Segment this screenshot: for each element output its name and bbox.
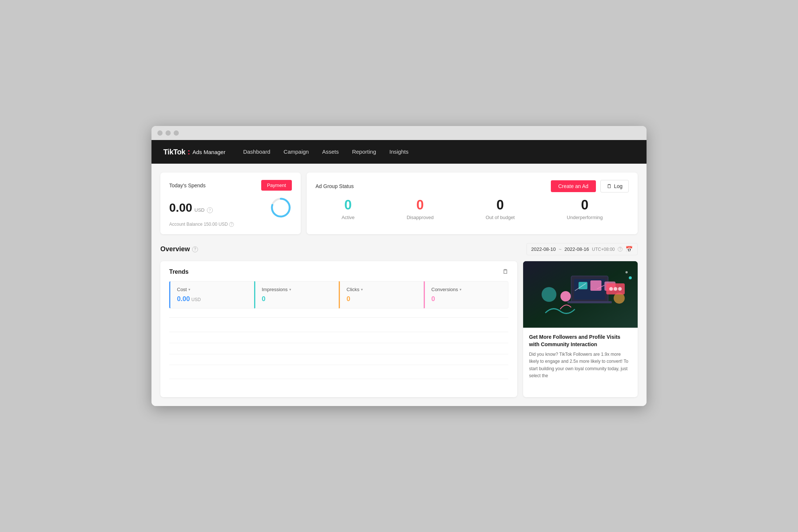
overview-side-card: Get More Followers and Profile Visits wi…: [523, 261, 638, 397]
metric-clicks: Clicks ▾ 0: [339, 281, 424, 308]
status-out-of-budget: 0 Out of budget: [485, 198, 515, 220]
metric-cost-label: Cost: [177, 287, 187, 292]
side-card-image: [523, 261, 638, 328]
disapproved-count: 0: [407, 198, 434, 212]
date-separator: ~: [559, 246, 562, 252]
logo-dot: :: [188, 147, 190, 157]
side-card-text: Did you know? TikTok Followers are 1.9x …: [529, 351, 632, 379]
date-help-icon[interactable]: ?: [618, 247, 623, 252]
balance-help-icon[interactable]: ?: [229, 222, 234, 227]
active-count: 0: [341, 198, 354, 212]
chart-gridline-bottom: [169, 354, 508, 354]
side-card-content: Get More Followers and Profile Visits wi…: [523, 328, 638, 385]
browser-chrome: [151, 126, 647, 140]
navbar: TikTok : Ads Manager Dashboard Campaign …: [151, 140, 647, 164]
nav-dashboard[interactable]: Dashboard: [243, 149, 270, 155]
payment-button[interactable]: Payment: [261, 180, 292, 191]
ad-status-panel: Ad Group Status Create an Ad 🗒 Log 0 Act…: [307, 173, 638, 234]
out-of-budget-label: Out of budget: [485, 215, 515, 220]
metric-clicks-label: Clicks: [347, 287, 359, 292]
overview-title-text: Overview: [160, 245, 190, 253]
underperforming-label: Underperforming: [567, 215, 603, 220]
status-disapproved: 0 Disapproved: [407, 198, 434, 220]
svg-point-17: [618, 287, 622, 291]
chart-area: [169, 317, 508, 362]
logo-subtitle: Ads Manager: [192, 149, 225, 155]
spend-number: 0.00: [169, 201, 192, 215]
overview-main: Trends 🗒 Cost ▾ 0.00USD: [160, 261, 517, 397]
calendar-icon[interactable]: 📅: [625, 246, 633, 253]
metric-cost-header: Cost ▾: [177, 287, 247, 292]
svg-point-15: [609, 287, 613, 291]
spend-amount-row: 0.00 USD ?: [169, 197, 292, 219]
browser-dot-3: [174, 130, 179, 136]
spend-amount: 0.00 USD ?: [169, 201, 213, 215]
metric-cards: Cost ▾ 0.00USD Impressions ▾ 0: [169, 281, 508, 308]
cost-chevron-icon[interactable]: ▾: [188, 287, 190, 291]
trends-title: Trends: [169, 269, 188, 275]
log-button[interactable]: 🗒 Log: [600, 180, 629, 192]
main-content: Today's Spends Payment 0.00 USD ? Acco: [151, 164, 647, 406]
svg-rect-4: [567, 301, 612, 303]
metric-clicks-header: Clicks ▾: [347, 287, 417, 292]
svg-point-13: [625, 271, 628, 273]
date-range[interactable]: 2022-08-10 ~ 2022-08-16 UTC+08:00 ? 📅: [526, 243, 638, 255]
metric-impressions: Impressions ▾ 0: [254, 281, 339, 308]
account-balance: Account Balance 150.00 USD ?: [169, 222, 292, 227]
nav-campaign[interactable]: Campaign: [284, 149, 309, 155]
metric-conversions-header: Conversions ▾: [432, 287, 502, 292]
conversions-chevron-icon[interactable]: ▾: [460, 287, 461, 291]
metric-cost: Cost ▾ 0.00USD: [169, 281, 254, 308]
nav-assets[interactable]: Assets: [322, 149, 339, 155]
metric-impressions-header: Impressions ▾: [262, 287, 332, 292]
date-start: 2022-08-10: [531, 246, 556, 252]
active-label: Active: [341, 215, 354, 220]
svg-point-8: [560, 291, 571, 301]
metric-conversions: Conversions ▾ 0: [424, 281, 509, 308]
logo-area: TikTok : Ads Manager: [163, 147, 225, 157]
spending-panel-header: Today's Spends Payment: [169, 180, 292, 191]
spend-help-icon[interactable]: ?: [207, 207, 213, 213]
ad-status-actions: Create an Ad 🗒 Log: [551, 180, 629, 192]
overview-section-header: Overview ? 2022-08-10 ~ 2022-08-16 UTC+0…: [160, 243, 638, 258]
clicks-chevron-icon[interactable]: ▾: [361, 287, 363, 291]
metric-conversions-label: Conversions: [432, 287, 458, 292]
spending-panel: Today's Spends Payment 0.00 USD ? Acco: [160, 173, 301, 234]
svg-point-12: [629, 276, 632, 279]
ad-status-title: Ad Group Status: [316, 183, 354, 189]
trends-section-label: Trends 🗒: [169, 269, 508, 275]
spend-donut-chart: [270, 197, 292, 219]
disapproved-label: Disapproved: [407, 215, 434, 220]
browser-dot-1: [157, 130, 163, 136]
date-end: 2022-08-16: [565, 246, 589, 252]
metric-impressions-value: 0: [262, 295, 332, 303]
svg-point-16: [614, 287, 617, 291]
overview-title-row: Overview ?: [160, 245, 198, 253]
spend-currency: USD: [194, 207, 204, 213]
svg-rect-7: [590, 280, 601, 291]
create-ad-button[interactable]: Create an Ad: [551, 180, 596, 192]
status-numbers: 0 Active 0 Disapproved 0 Out of budget 0…: [316, 198, 629, 220]
metric-cost-value: 0.00USD: [177, 295, 247, 303]
side-card-title: Get More Followers and Profile Visits wi…: [529, 334, 632, 348]
chart-gridline-mid: [169, 343, 508, 343]
out-of-budget-count: 0: [485, 198, 515, 212]
metric-conversions-value: 0: [432, 295, 502, 303]
side-illustration: [523, 261, 638, 328]
browser-window: TikTok : Ads Manager Dashboard Campaign …: [151, 126, 647, 406]
chart-gridline-top: [169, 332, 508, 332]
nav-reporting[interactable]: Reporting: [352, 149, 376, 155]
nav-insights[interactable]: Insights: [389, 149, 409, 155]
spending-title: Today's Spends: [169, 183, 205, 188]
metric-clicks-value: 0: [347, 295, 417, 303]
export-icon[interactable]: 🗒: [502, 269, 508, 275]
nav-links: Dashboard Campaign Assets Reporting Insi…: [243, 149, 409, 155]
timezone: UTC+08:00: [592, 247, 615, 252]
overview-help-icon[interactable]: ?: [192, 246, 198, 252]
top-panels: Today's Spends Payment 0.00 USD ? Acco: [160, 173, 638, 234]
impressions-chevron-icon[interactable]: ▾: [289, 287, 291, 291]
overview-section: Trends 🗒 Cost ▾ 0.00USD: [160, 261, 638, 397]
status-underperforming: 0 Underperforming: [567, 198, 603, 220]
logo-text: TikTok: [163, 148, 185, 156]
svg-point-10: [542, 287, 556, 302]
